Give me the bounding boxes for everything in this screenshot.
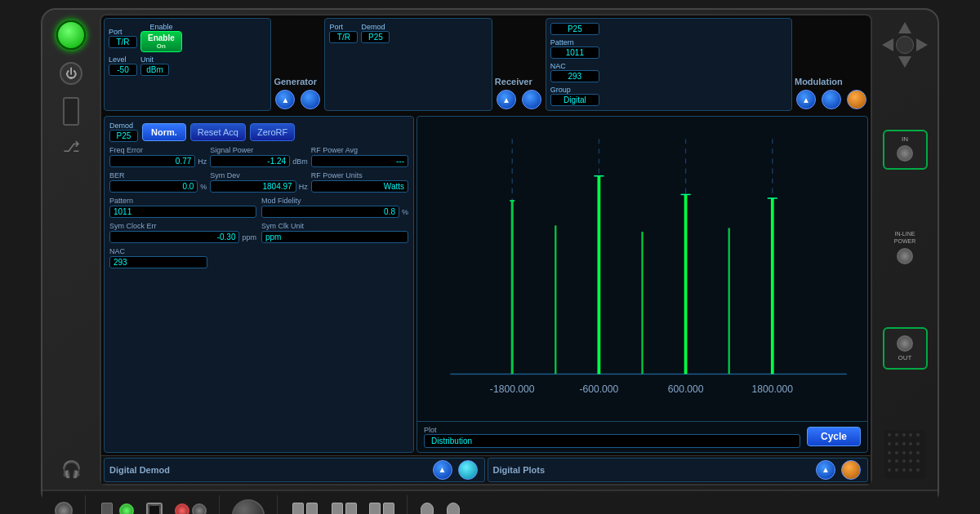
unit-value: dBm: [140, 64, 169, 76]
ber-item: BER 0.0 %: [109, 171, 207, 193]
rec-demod-label: Demod: [361, 23, 390, 31]
receiver-circle-btn[interactable]: [522, 90, 541, 109]
sym-clock-row: -0.30 ppm: [109, 231, 256, 243]
nac-label: NAC: [109, 247, 207, 255]
v-ohm-red-port[interactable]: [175, 503, 189, 514]
out-connector-box: OUT: [883, 327, 928, 370]
plots-footer-orange-btn[interactable]: [841, 460, 861, 480]
inline-power-port[interactable]: [897, 248, 913, 264]
svg-text:600.000: 600.000: [668, 383, 704, 395]
fuse-port[interactable]: [101, 503, 113, 514]
plots-footer-btns: ▲: [814, 460, 862, 480]
screen-main: Demod P25 Norm. Reset Acq ZeroRF Freq Er…: [101, 113, 871, 455]
com-connector: COM: [146, 503, 163, 514]
metrics-row4: Sym Clock Err -0.30 ppm Sym Clk Unit ppm: [109, 222, 408, 243]
cycle-button[interactable]: Cycle: [807, 427, 861, 446]
speaker-dot: [902, 433, 906, 436]
aud-out-port1[interactable]: [292, 503, 304, 514]
speaker-grill: // Will fill with dots via JS below: [884, 430, 925, 479]
enable-button[interactable]: Enable On: [140, 31, 182, 52]
reset-acq-button[interactable]: Reset Acq: [190, 123, 246, 141]
power-button[interactable]: ⏻: [60, 62, 82, 85]
speaker-dot: [909, 459, 912, 463]
plot-area: -1800.000 -600.000 600.000 1800.000: [417, 117, 867, 421]
com-port[interactable]: [146, 503, 163, 514]
sym-dev-unit: Hz: [299, 183, 308, 191]
mod-nac-label: NAC: [550, 62, 599, 70]
modulation-circle-btn[interactable]: [822, 90, 841, 109]
generator-btns: ▲: [274, 90, 322, 109]
aud-in-port2[interactable]: [345, 503, 357, 514]
signal-power-value: -1.24: [210, 155, 290, 167]
nac-value: 293: [109, 256, 207, 268]
scope-port1[interactable]: [369, 503, 381, 514]
amp-port[interactable]: [119, 503, 134, 514]
aud-out-port2[interactable]: [306, 503, 318, 514]
pattern-label: Pattern: [109, 197, 256, 205]
power-indicator: [56, 20, 86, 50]
speaker-dot: [916, 451, 920, 454]
demod-footer-up-btn[interactable]: ▲: [433, 460, 452, 480]
demod-footer-circle-btn[interactable]: [458, 460, 478, 480]
scope-port2[interactable]: [383, 503, 394, 514]
receiver-up-btn[interactable]: ▲: [497, 90, 516, 109]
freq-error-label: Freq Error: [109, 146, 207, 154]
gen-port[interactable]: [421, 503, 434, 514]
norm-button[interactable]: Norm.: [142, 123, 186, 141]
freq-error-unit: Hz: [198, 157, 207, 166]
mic-port[interactable]: [55, 502, 73, 514]
speaker-dot: [916, 433, 920, 436]
speaker-dot: [895, 451, 898, 454]
modulation-label: Modulation: [795, 77, 868, 86]
plots-footer-up-btn[interactable]: ▲: [816, 460, 835, 480]
in-label: IN: [889, 135, 922, 143]
dpad-left[interactable]: [882, 38, 893, 51]
modulation-btns: ▲: [795, 90, 868, 109]
svg-text:-1800.000: -1800.000: [490, 383, 535, 395]
mod-fidelity-unit: %: [402, 208, 408, 216]
mod-nac-col: NAC 293: [550, 62, 599, 82]
v-ohm-connector: V / Ω: [175, 503, 207, 514]
aud-out-ports: [292, 503, 318, 514]
speaker-dot: [888, 451, 891, 454]
mic-connector: MIC: [55, 502, 73, 514]
rf-power-avg-value: ---: [311, 155, 408, 167]
metrics-row2: BER 0.0 % Sym Dev 1804.97 Hz: [109, 171, 408, 193]
aud-in-port1[interactable]: [332, 503, 343, 514]
rec-demod-col: Demod P25: [361, 23, 390, 43]
device-top: ⏻ ⎇ 🎧 Port T/R Enable: [42, 10, 938, 490]
mod-pattern-value: 1011: [550, 47, 599, 59]
mod-p25-value: P25: [550, 23, 599, 35]
dpad-up[interactable]: [898, 22, 911, 33]
mod-group-value: Digital: [550, 94, 599, 106]
rf-power-units-item: RF Power Units Watts: [311, 171, 408, 193]
top-section: Port T/R Enable Enable On: [101, 16, 871, 113]
generator-up-btn[interactable]: ▲: [275, 90, 295, 109]
v-ohm-black-port[interactable]: [192, 503, 207, 514]
enable-label: Enable: [149, 23, 172, 31]
dpad-down[interactable]: [898, 56, 911, 68]
tr-port[interactable]: [447, 503, 460, 514]
generator-circle-btn[interactable]: [301, 90, 320, 109]
bottom-panel: MIC FUSE AMP COM: [42, 490, 938, 514]
metrics-row3: Pattern 1011 Mod Fidelity 0.8 %: [109, 197, 408, 218]
v-ohm-group: V / Ω: [175, 503, 207, 514]
center-knob[interactable]: [232, 499, 265, 514]
plot-svg: -1800.000 -600.000 600.000 1800.000: [425, 125, 859, 413]
out-port[interactable]: [897, 335, 913, 352]
aud-out-connector: AUD OUT: [290, 503, 319, 514]
dpad-right[interactable]: [916, 38, 928, 51]
dpad-center[interactable]: [896, 36, 914, 54]
in-port[interactable]: [897, 145, 913, 162]
zero-rf-button[interactable]: ZeroRF: [250, 123, 295, 141]
ber-label: BER: [109, 171, 207, 179]
rec-port-value: T/R: [329, 31, 358, 43]
panels-footer: Digital Demod ▲ Digital Plots ▲: [101, 455, 871, 484]
mod-nac-value: 293: [550, 70, 599, 82]
plot-type-label: Plot: [424, 426, 800, 434]
rf-power-avg-label: RF Power Avg: [311, 146, 408, 154]
modulation-up-btn[interactable]: ▲: [796, 90, 816, 109]
level-value: -50: [109, 64, 137, 76]
modulation-extra-btn[interactable]: [847, 90, 866, 109]
speaker-dot: [888, 459, 891, 463]
